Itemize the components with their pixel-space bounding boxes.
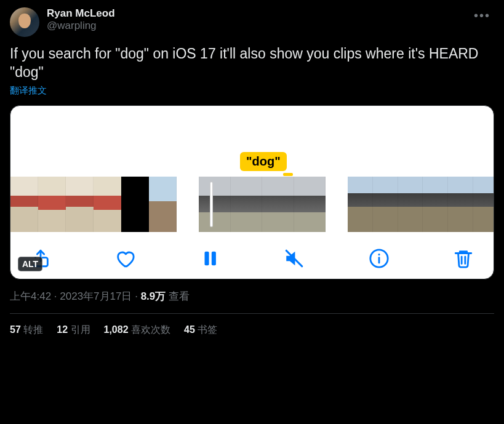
stat-label: 喜欢次数	[131, 324, 170, 335]
trash-icon[interactable]	[453, 248, 474, 269]
timeline-thumb	[149, 177, 177, 232]
post-time[interactable]: 上午4:42	[10, 290, 51, 302]
svg-point-6	[378, 254, 380, 255]
display-name: Ryan McLeod	[47, 7, 470, 20]
more-icon[interactable]: •••	[470, 7, 494, 24]
views-label: 查看	[169, 290, 190, 302]
stat-quotes[interactable]: 12 引用	[57, 324, 90, 337]
video-timeline[interactable]	[10, 177, 494, 232]
caption-marker	[283, 173, 293, 176]
alt-badge[interactable]: ALT	[18, 257, 42, 271]
stat-number: 12	[57, 324, 68, 335]
post-date[interactable]: 2023年7月17日	[60, 290, 132, 302]
timeline-thumb	[66, 177, 94, 232]
clip-group	[10, 177, 177, 232]
media-top-area: "dog"	[10, 106, 494, 177]
stat-number: 1,082	[104, 324, 129, 335]
mute-icon[interactable]	[284, 248, 305, 269]
timeline-thumb	[10, 177, 38, 232]
stat-label: 引用	[71, 324, 90, 335]
svg-rect-2	[212, 252, 216, 266]
tweet-card: Ryan McLeod @warpling ••• If you search …	[0, 0, 504, 339]
stat-label: 书签	[198, 324, 217, 335]
timeline-thumb	[294, 177, 326, 232]
stat-label: 转推	[23, 324, 43, 335]
timeline-thumb	[423, 177, 448, 232]
tweet-header: Ryan McLeod @warpling •••	[10, 7, 494, 37]
views-number: 8.9万	[141, 290, 166, 302]
caption-chip: "dog"	[240, 152, 287, 171]
timeline-thumb	[199, 177, 231, 232]
timeline-thumb	[473, 177, 494, 232]
stat-likes[interactable]: 1,082 喜欢次数	[104, 324, 171, 337]
clip-group	[199, 177, 326, 232]
heart-icon[interactable]	[114, 248, 135, 269]
media-card[interactable]: "dog"	[10, 105, 494, 279]
svg-rect-1	[204, 252, 209, 266]
timestamp-row: 上午4:42 · 2023年7月17日 · 8.9万 查看	[10, 289, 494, 314]
avatar[interactable]	[10, 7, 39, 37]
stat-bookmarks[interactable]: 45 书签	[184, 324, 217, 337]
timeline-thumb	[348, 177, 373, 232]
timeline-thumb	[448, 177, 473, 232]
stat-number: 57	[10, 324, 21, 335]
tweet-text: If you search for "dog" on iOS 17 it'll …	[10, 44, 494, 81]
info-icon[interactable]	[369, 248, 390, 269]
timeline-thumb	[231, 177, 263, 232]
media-toolbar	[10, 232, 494, 269]
translate-link[interactable]: 翻译推文	[10, 85, 47, 97]
stat-number: 45	[184, 324, 195, 335]
stat-retweets[interactable]: 57 转推	[10, 324, 43, 337]
timeline-thumb	[94, 177, 121, 232]
clip-group	[348, 177, 494, 232]
stats-row: 57 转推 12 引用 1,082 喜欢次数 45 书签	[10, 314, 494, 337]
timeline-thumb	[373, 177, 398, 232]
author-block[interactable]: Ryan McLeod @warpling	[47, 7, 470, 32]
timeline-thumb	[38, 177, 66, 232]
handle: @warpling	[47, 20, 470, 32]
pause-icon[interactable]	[199, 248, 220, 269]
timeline-thumb	[398, 177, 423, 232]
timeline-thumb	[262, 177, 294, 232]
scrubber-handle[interactable]	[210, 182, 213, 227]
timeline-thumb	[121, 177, 149, 232]
